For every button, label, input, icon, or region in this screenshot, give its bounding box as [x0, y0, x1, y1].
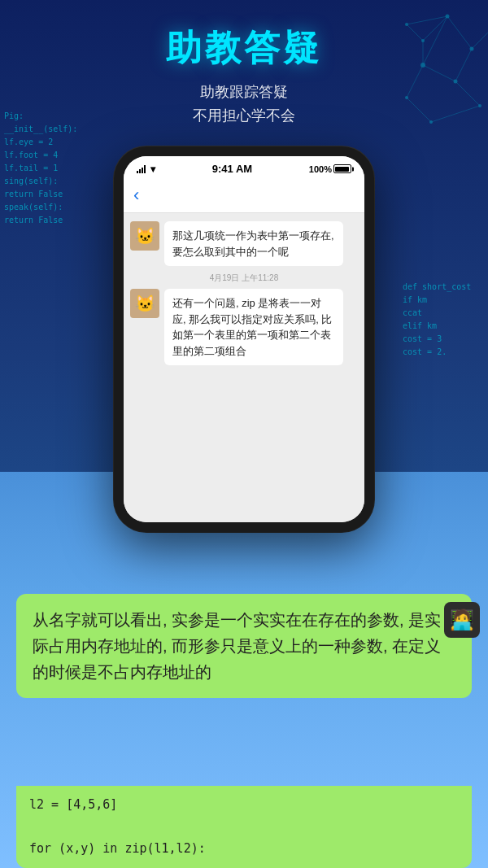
- battery-indicator: 100%: [309, 164, 351, 174]
- floating-message-avatar: 🧑‍💻: [444, 602, 480, 638]
- svg-line-11: [407, 16, 447, 24]
- svg-point-13: [446, 15, 450, 19]
- wifi-icon: ▾: [150, 164, 155, 175]
- battery-fill: [335, 167, 349, 172]
- code-overlay-right: def short_cost if km ccat elif km cost =…: [399, 277, 488, 363]
- phone-mockup: ▾ 9:41 AM 100% ‹ 🐱 那这几项统一作为表: [114, 146, 374, 532]
- phone-screen: ▾ 9:41 AM 100% ‹ 🐱 那这几项统一作为表: [124, 156, 364, 522]
- back-button[interactable]: ‹: [133, 185, 139, 206]
- battery-body: [333, 164, 351, 173]
- code-snippet-bottom: l2 = [4,5,6] for (x,y) in zip(l1,l2):: [16, 786, 472, 868]
- main-title: 助教答疑: [0, 24, 488, 72]
- floating-message-text: 从名字就可以看出, 实参是一个实实在在存在的参数, 是实际占用内存地址的, 而形…: [33, 611, 441, 681]
- message-row-1: 🐱 那这几项统一作为表中第一项存在, 要怎么取到其中的一个呢: [130, 221, 358, 266]
- subtitle: 助教跟踪答疑 不用担心学不会: [0, 81, 488, 128]
- code-line-1: l2 = [4,5,6]: [29, 794, 459, 816]
- message-row-2: 🐱 还有一个问题, zip 是将表一一对应, 那么我可以指定对应关系吗, 比如第…: [130, 289, 358, 365]
- floating-message-bubble: 🧑‍💻 从名字就可以看出, 实参是一个实实在在存在的参数, 是实际占用内存地址的…: [16, 594, 472, 698]
- chat-area: 🐱 那这几项统一作为表中第一项存在, 要怎么取到其中的一个呢 4月19日 上午1…: [124, 213, 364, 522]
- message-bubble-2: 还有一个问题, zip 是将表一一对应, 那么我可以指定对应关系吗, 比如第一个…: [164, 289, 343, 365]
- status-time: 9:41 AM: [212, 163, 252, 175]
- chat-timestamp: 4月19日 上午11:28: [130, 273, 358, 284]
- status-signal-wifi: ▾: [137, 164, 155, 175]
- phone-outer: ▾ 9:41 AM 100% ‹ 🐱 那这几项统一作为表: [114, 146, 374, 532]
- avatar-user-1: 🐱: [130, 221, 159, 251]
- chat-header: ‹: [124, 178, 364, 213]
- avatar-user-2: 🐱: [130, 289, 159, 318]
- title-section: 助教答疑 助教跟踪答疑 不用担心学不会: [0, 24, 488, 128]
- status-bar: ▾ 9:41 AM 100%: [124, 156, 364, 178]
- code-line-2: [29, 816, 459, 838]
- signal-bars: [137, 165, 146, 173]
- message-bubble-1: 那这几项统一作为表中第一项存在, 要怎么取到其中的一个呢: [164, 221, 343, 266]
- code-line-3: for (x,y) in zip(l1,l2):: [29, 838, 459, 860]
